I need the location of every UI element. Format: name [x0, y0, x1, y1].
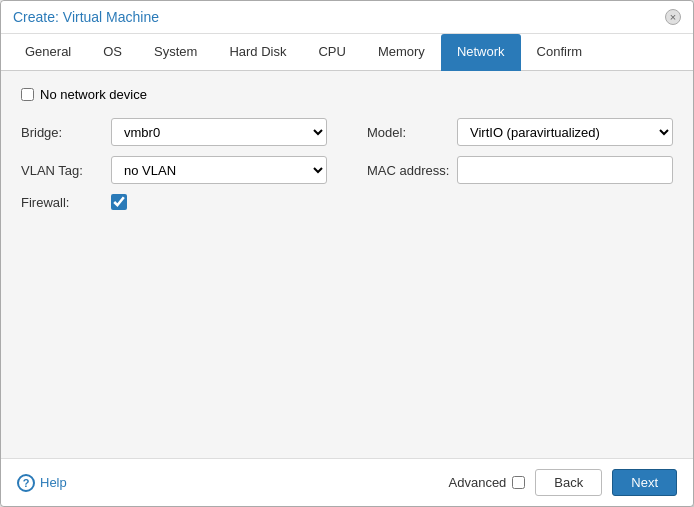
- advanced-checkbox[interactable]: [512, 476, 525, 489]
- help-icon: ?: [17, 474, 35, 492]
- close-button[interactable]: ×: [665, 9, 681, 25]
- tab-system[interactable]: System: [138, 34, 213, 71]
- tab-network[interactable]: Network: [441, 34, 521, 71]
- model-row: Model: VirtIO (paravirtualized): [367, 118, 673, 146]
- tab-os[interactable]: OS: [87, 34, 138, 71]
- form-columns: Bridge: vmbr0 VLAN Tag: no VLAN Firewall…: [21, 118, 673, 220]
- footer-right: Advanced Back Next: [449, 469, 677, 496]
- no-network-row: No network device: [21, 87, 673, 102]
- mac-row: MAC address: auto: [367, 156, 673, 184]
- no-network-label[interactable]: No network device: [40, 87, 147, 102]
- mac-label: MAC address:: [367, 163, 457, 178]
- left-column: Bridge: vmbr0 VLAN Tag: no VLAN Firewall…: [21, 118, 327, 220]
- firewall-checkbox[interactable]: [111, 194, 127, 210]
- vlan-row: VLAN Tag: no VLAN: [21, 156, 327, 184]
- model-label: Model:: [367, 125, 457, 140]
- footer: ? Help Advanced Back Next: [1, 458, 693, 506]
- mac-input[interactable]: auto: [457, 156, 673, 184]
- content-area: No network device Bridge: vmbr0 VLAN Tag…: [1, 71, 693, 458]
- vlan-label: VLAN Tag:: [21, 163, 111, 178]
- title-bar: Create: Virtual Machine ×: [1, 1, 693, 34]
- right-column: Model: VirtIO (paravirtualized) MAC addr…: [367, 118, 673, 220]
- tab-confirm[interactable]: Confirm: [521, 34, 599, 71]
- help-label: Help: [40, 475, 67, 490]
- no-network-checkbox[interactable]: [21, 88, 34, 101]
- firewall-label: Firewall:: [21, 195, 111, 210]
- advanced-label: Advanced: [449, 475, 507, 490]
- firewall-row: Firewall:: [21, 194, 327, 210]
- bridge-select[interactable]: vmbr0: [111, 118, 327, 146]
- dialog-title: Create: Virtual Machine: [13, 9, 159, 25]
- advanced-row: Advanced: [449, 475, 526, 490]
- tab-memory[interactable]: Memory: [362, 34, 441, 71]
- tab-general[interactable]: General: [9, 34, 87, 71]
- vlan-select[interactable]: no VLAN: [111, 156, 327, 184]
- next-button[interactable]: Next: [612, 469, 677, 496]
- tab-bar: General OS System Hard Disk CPU Memory N…: [1, 34, 693, 71]
- model-select[interactable]: VirtIO (paravirtualized): [457, 118, 673, 146]
- tab-cpu[interactable]: CPU: [302, 34, 361, 71]
- bridge-label: Bridge:: [21, 125, 111, 140]
- back-button[interactable]: Back: [535, 469, 602, 496]
- help-button[interactable]: ? Help: [17, 474, 67, 492]
- create-vm-dialog: Create: Virtual Machine × General OS Sys…: [0, 0, 694, 507]
- tab-hard-disk[interactable]: Hard Disk: [213, 34, 302, 71]
- bridge-row: Bridge: vmbr0: [21, 118, 327, 146]
